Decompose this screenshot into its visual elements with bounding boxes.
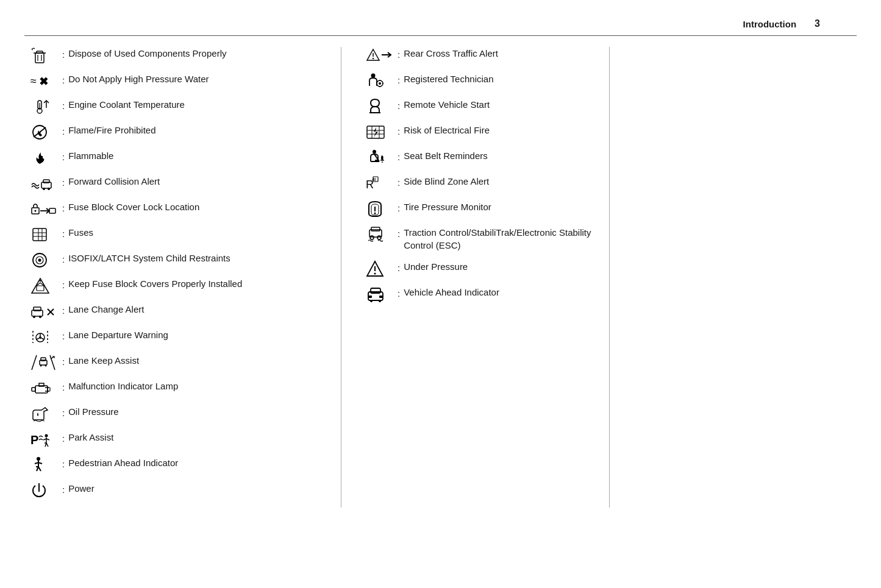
- svg-rect-14: [43, 180, 49, 183]
- keep-fuse-label: Keep Fuse Block Covers Properly Installe…: [68, 277, 242, 290]
- oil-label: Oil Pressure: [68, 405, 119, 418]
- list-item: : Registered Technician: [366, 73, 603, 90]
- seatbelt-label: Seat Belt Reminders: [404, 149, 488, 162]
- list-item: R ⁴ 8 : Side Blind Zone Alert: [366, 175, 603, 192]
- list-item: : Pedestrian Ahead Indicator: [30, 456, 335, 473]
- list-item: : Oil Pressure: [30, 405, 335, 422]
- svg-line-40: [37, 338, 39, 339]
- flammable-icon: [30, 149, 62, 166]
- list-item: : Flammable: [30, 149, 335, 166]
- page-container: Introduction 3: [0, 0, 881, 588]
- list-item: : Risk of Electrical Fire: [366, 124, 603, 141]
- fuse-lock-icon: [30, 200, 62, 218]
- sbza-icon: R ⁴ 8: [366, 175, 398, 192]
- elec-fire-icon: [366, 124, 398, 141]
- rcta-label: Rear Cross Traffic Alert: [404, 47, 498, 60]
- remote-icon: [366, 98, 398, 115]
- ped-label: Pedestrian Ahead Indicator: [68, 456, 178, 469]
- list-item: : ISOFIX/LATCH System Child Restraints: [30, 252, 335, 269]
- svg-rect-29: [37, 286, 44, 291]
- list-item: : Vehicle Ahead Indicator: [366, 286, 603, 303]
- svg-point-94: [379, 300, 381, 302]
- svg-rect-84: [371, 227, 380, 231]
- seatbelt-icon: [366, 149, 398, 166]
- list-item: : Under Pressure: [366, 260, 603, 277]
- reg-tech-label: Registered Technician: [404, 73, 493, 85]
- list-item: : Tire Pressure Monitor: [366, 200, 603, 218]
- list-item: : Flame/Fire Prohibited: [30, 124, 335, 141]
- svg-rect-43: [41, 358, 46, 361]
- svg-point-15: [43, 188, 45, 190]
- remote-label: Remote Vehicle Start: [404, 98, 490, 111]
- mil-icon: [30, 380, 62, 397]
- list-item: : Fuses: [30, 226, 335, 243]
- svg-point-44: [40, 365, 42, 367]
- traction-icon: [366, 226, 398, 243]
- svg-point-53: [45, 434, 48, 437]
- middle-column: : Rear Cross Traffic Alert: [341, 47, 610, 508]
- page-number: 3: [815, 18, 820, 29]
- svg-text:8: 8: [374, 177, 376, 182]
- svg-rect-92: [379, 296, 383, 298]
- fca-icon: [30, 175, 62, 192]
- svg-rect-2: [37, 51, 43, 53]
- svg-line-58: [37, 467, 38, 471]
- page-header: Introduction 3: [24, 12, 857, 36]
- svg-rect-20: [49, 208, 55, 213]
- svg-rect-48: [39, 383, 44, 386]
- lane-keep-icon: [30, 354, 62, 371]
- list-item: : Rear Cross Traffic Alert: [366, 47, 603, 64]
- nopressure-icon: ≈ ✖: [30, 73, 62, 90]
- svg-line-55: [45, 443, 46, 447]
- svg-text:P: P: [30, 433, 38, 447]
- list-item: : Remote Vehicle Start: [366, 98, 603, 115]
- vehicle-ahead-label: Vehicle Ahead Indicator: [404, 286, 499, 299]
- rcta-icon: [366, 47, 398, 64]
- coolant-icon: [30, 98, 62, 115]
- flame-prohibited-icon: [30, 124, 62, 141]
- fca-label: Forward Collision Alert: [68, 175, 160, 188]
- list-item: : Fuse Block Cover Lock Location: [30, 200, 335, 218]
- svg-point-85: [370, 236, 374, 239]
- svg-point-38: [39, 336, 41, 339]
- flammable-label: Flammable: [68, 149, 113, 162]
- isofix-icon: [30, 252, 62, 269]
- svg-line-41: [41, 338, 44, 339]
- lane-dep-icon: [30, 328, 62, 345]
- svg-point-93: [370, 300, 373, 302]
- fuses-icon: [30, 226, 62, 243]
- svg-point-56: [37, 457, 40, 461]
- lane-dep-label: Lane Departure Warning: [68, 328, 168, 341]
- list-item: : Keep Fuse Block Covers Properly Instal…: [30, 277, 335, 294]
- right-column: [610, 47, 857, 508]
- svg-point-88: [374, 273, 376, 275]
- list-item: : Lane Departure Warning: [30, 328, 335, 345]
- list-item: : Traction Control/StabiliTrak/Electroni…: [366, 226, 603, 252]
- left-column: : Dispose of Used Components Properly ≈ …: [24, 47, 341, 508]
- ped-icon: [30, 456, 62, 473]
- svg-point-61: [373, 58, 374, 59]
- lane-keep-label: Lane Keep Assist: [68, 354, 139, 367]
- nopressure-label: Do Not Apply High Pressure Water: [68, 73, 209, 85]
- list-item: : Lane Change Alert: [30, 303, 335, 320]
- svg-point-65: [379, 82, 381, 85]
- park-assist-icon: P: [30, 431, 62, 448]
- content-area: : Dispose of Used Components Properly ≈ …: [24, 47, 857, 508]
- svg-text:✖: ✖: [39, 76, 48, 88]
- section-title: Introduction: [743, 19, 796, 29]
- svg-point-28: [38, 259, 41, 262]
- fuse-lock-label: Fuse Block Cover Lock Location: [68, 200, 199, 213]
- dispose-label: Dispose of Used Components Properly: [68, 47, 226, 60]
- list-item: : Lane Keep Assist: [30, 354, 335, 371]
- svg-rect-21: [33, 228, 46, 241]
- lane-change-label: Lane Change Alert: [68, 303, 144, 316]
- flame-prohibited-label: Flame/Fire Prohibited: [68, 124, 155, 136]
- traction-label: Traction Control/StabiliTrak/Electronic …: [404, 226, 603, 252]
- under-pressure-icon: [366, 260, 398, 277]
- tire-label: Tire Pressure Monitor: [404, 200, 491, 213]
- power-label: Power: [68, 482, 95, 495]
- svg-point-18: [35, 210, 37, 212]
- svg-rect-51: [48, 388, 50, 391]
- list-item: : Forward Collision Alert: [30, 175, 335, 192]
- lane-change-icon: [30, 303, 62, 320]
